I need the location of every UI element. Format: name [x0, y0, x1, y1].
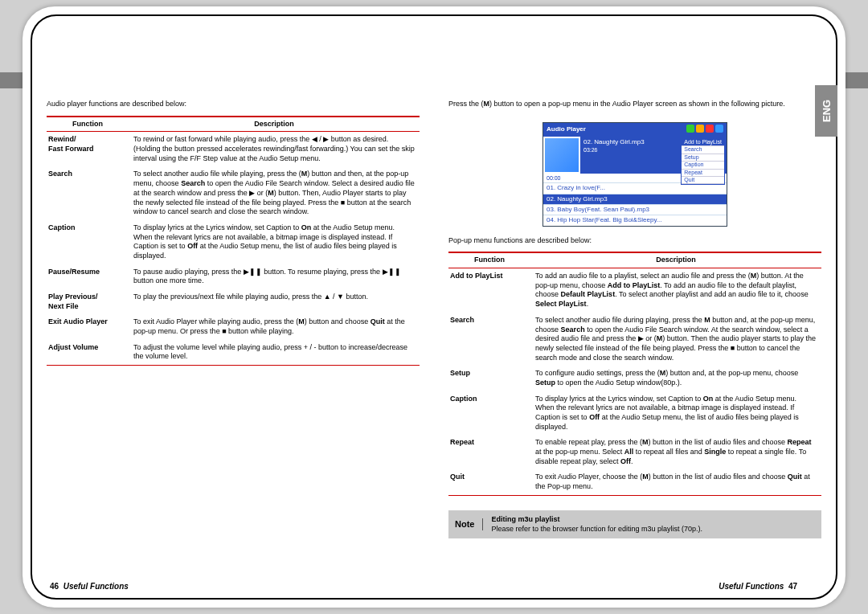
- fn-label: Pause/Resume: [47, 264, 129, 289]
- popup-item: Search: [682, 146, 724, 154]
- fn-desc: To play the previous/next file while pla…: [129, 289, 420, 314]
- fn-label: Repeat: [448, 435, 530, 469]
- table-row: Exit Audio Player To exit Audio Player w…: [47, 314, 420, 339]
- table-row: Add to PlayList To add an audio file to …: [448, 268, 821, 313]
- fn-desc: To select another audio file while playi…: [129, 166, 420, 219]
- table-row: Play Previous/Next File To play the prev…: [47, 289, 420, 314]
- popup-menu: Add to PlayList Search Setup Caption Rep…: [681, 138, 725, 185]
- left-intro: Audio player functions are described bel…: [47, 100, 420, 109]
- fn-label: Search: [47, 166, 129, 219]
- fn-desc: To exit Audio Player, choose the (M) but…: [530, 469, 821, 495]
- album-art: [545, 138, 579, 172]
- th-description: Description: [530, 252, 821, 268]
- popup-item: Setup: [682, 154, 724, 162]
- left-footer: 46 Useful Functions: [50, 581, 129, 591]
- fn-label: Exit Audio Player: [47, 314, 129, 339]
- popup-item: Repeat: [682, 170, 724, 177]
- note-box: Note Editing m3u playlist Please refer t…: [448, 510, 821, 538]
- table-row: Repeat To enable repeat play, press the …: [448, 435, 821, 469]
- fn-label: Search: [448, 313, 530, 366]
- popup-item: Quit: [682, 177, 724, 184]
- right-function-table: Function Description Add to PlayList To …: [448, 252, 821, 495]
- fn-label: Adjust Volume: [47, 340, 129, 366]
- th-function: Function: [448, 252, 530, 268]
- language-tab: ENG: [815, 85, 837, 137]
- fn-label: Fast Forward: [48, 145, 94, 153]
- fn-desc: To pause audio playing, press the ▶❚❚ bu…: [129, 264, 420, 289]
- ss-status-icons: [685, 125, 723, 135]
- fn-desc: To select another audio file during play…: [530, 313, 821, 366]
- table-row: Search To select another audio file whil…: [47, 166, 420, 219]
- fn-label: Setup: [448, 366, 530, 391]
- fn-label: Next File: [48, 302, 79, 310]
- table-row: Setup To configure audio settings, press…: [448, 366, 821, 391]
- manual-page: ENG Audio player functions are described…: [23, 6, 845, 608]
- fn-desc: To add an audio file to a playlist, sele…: [530, 268, 821, 313]
- popup-item: Add to PlayList: [682, 139, 724, 146]
- right-intro2: Pop-up menu functions are described belo…: [448, 236, 821, 246]
- fn-desc: To configure audio settings, press the (…: [530, 366, 821, 391]
- note-content: Editing m3u playlist Please refer to the…: [491, 515, 702, 534]
- table-row: Caption To display lyrics at the Lyrics …: [448, 391, 821, 436]
- fn-label: Quit: [448, 469, 530, 495]
- fn-desc: To display lyrics at the Lyrics window, …: [129, 220, 420, 264]
- list-item: 03. Baby Boy(Feat. Sean Paul).mp3: [543, 204, 727, 215]
- list-item: 02. Naughty Girl.mp3: [543, 194, 727, 204]
- table-row: Rewind/Fast Forward To rewind or fast fo…: [47, 132, 420, 167]
- list-item: 04. Hip Hop Star(Feat. Big Boi&Sleepy...: [543, 215, 727, 225]
- table-row: Caption To display lyrics at the Lyrics …: [47, 220, 420, 264]
- table-row: Quit To exit Audio Player, choose the (M…: [448, 469, 821, 495]
- player-screenshot: Audio Player 02. Naughty Girl.mp3 03:26 …: [448, 122, 821, 227]
- fn-desc: To enable repeat play, press the (M) but…: [530, 435, 821, 469]
- fn-desc: To display lyrics at the Lyrics window, …: [530, 391, 821, 436]
- page-number: 46: [50, 582, 59, 591]
- right-footer: Useful Functions 47: [719, 581, 797, 591]
- right-column: Press the (M) button to open a pop-up me…: [448, 40, 821, 582]
- page-number: 47: [788, 582, 797, 591]
- fn-label: Rewind/: [48, 135, 76, 143]
- popup-item: Caption: [682, 162, 724, 169]
- right-intro: Press the (M) button to open a pop-up me…: [448, 100, 821, 109]
- section-title: Useful Functions: [63, 582, 129, 591]
- table-row: Pause/Resume To pause audio playing, pre…: [47, 264, 420, 289]
- table-row: Adjust Volume To adjust the volume level…: [47, 340, 420, 366]
- left-function-table: Function Description Rewind/Fast Forward…: [47, 116, 420, 366]
- track-list: 01. Crazy in love(F... 02. Naughty Girl.…: [543, 182, 727, 226]
- fn-desc: To adjust the volume level while playing…: [129, 340, 420, 366]
- left-column: Audio player functions are described bel…: [47, 40, 420, 582]
- fn-label: Caption: [448, 391, 530, 436]
- ss-title-text: Audio Player: [547, 125, 586, 133]
- table-row: Search To select another audio file duri…: [448, 313, 821, 366]
- section-title: Useful Functions: [719, 582, 784, 591]
- note-label: Note: [455, 518, 483, 530]
- th-description: Description: [129, 117, 420, 132]
- fn-label: Play Previous/: [48, 293, 98, 301]
- fn-desc: To exit Audio Player while playing audio…: [129, 314, 420, 339]
- fn-label: Add to PlayList: [448, 268, 530, 313]
- th-function: Function: [47, 117, 129, 132]
- page-content: ENG Audio player functions are described…: [31, 14, 837, 600]
- fn-desc: To rewind or fast forward while playing …: [129, 132, 420, 167]
- fn-label: Caption: [47, 220, 129, 264]
